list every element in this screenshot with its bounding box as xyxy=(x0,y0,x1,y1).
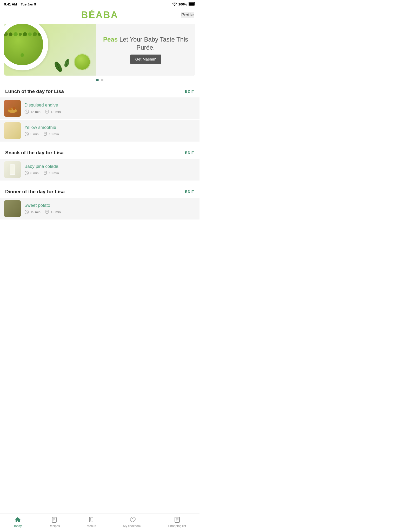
recipe-info: Sweet potato 15 min 13 min xyxy=(24,203,195,214)
prep-time-value: 12 min xyxy=(30,110,41,114)
peas-bowl-decoration xyxy=(4,24,48,70)
section-header-dinner: Dinner of the day for LisaEDIT xyxy=(0,185,200,197)
battery-percentage: 100% xyxy=(178,2,187,6)
hero-highlight: Peas xyxy=(103,36,118,43)
app-header: BÉABA Profile xyxy=(0,8,200,24)
section-dinner: Dinner of the day for LisaEDITSweet pota… xyxy=(0,185,200,220)
app-logo: BÉABA xyxy=(81,10,118,21)
section-header-lunch: Lunch of the day for LisaEDIT xyxy=(0,84,200,97)
edit-button-snack[interactable]: EDIT xyxy=(185,151,194,155)
recipe-thumbnail xyxy=(4,200,21,217)
recipe-thumbnail xyxy=(4,122,21,139)
mint-decoration-2 xyxy=(63,58,71,70)
svg-rect-14 xyxy=(46,110,48,113)
recipe-meta: 12 min 18 min xyxy=(24,109,195,114)
svg-point-9 xyxy=(9,108,12,110)
svg-line-31 xyxy=(27,173,28,174)
cook-time-value: 13 min xyxy=(51,210,61,214)
svg-rect-28 xyxy=(10,165,15,174)
prep-time: 5 min xyxy=(24,132,39,136)
recipe-meta: 15 min 13 min xyxy=(24,210,195,214)
recipe-thumbnail xyxy=(4,100,21,117)
cook-time-value: 18 min xyxy=(51,110,61,114)
svg-point-10 xyxy=(12,107,16,110)
clock-icon xyxy=(24,109,29,114)
wifi-icon xyxy=(172,2,177,6)
svg-rect-40 xyxy=(46,210,48,213)
recipe-name: Disguised endive xyxy=(24,103,195,108)
recipe-card[interactable]: Baby pina colada 8 min 18 min xyxy=(0,159,200,181)
hero-title-rest: Let Your Baby Taste This Purée. xyxy=(118,36,188,51)
section-lunch: Lunch of the day for LisaEDITDisguised e… xyxy=(0,84,200,142)
recipe-thumbnail xyxy=(4,161,21,178)
blender-icon xyxy=(45,210,49,214)
status-time: 9:41 AM Tue Jan 9 xyxy=(4,2,36,6)
clock-icon xyxy=(24,210,29,214)
recipe-meta: 8 min 18 min xyxy=(24,171,195,175)
profile-button[interactable]: Profile xyxy=(181,12,194,18)
prep-time-value: 5 min xyxy=(30,132,39,136)
blender-icon xyxy=(45,109,49,114)
hero-banner: Peas Let Your Baby Taste This Purée. Get… xyxy=(4,24,195,76)
time-display: 9:41 AM xyxy=(4,2,17,6)
edit-button-dinner[interactable]: EDIT xyxy=(185,190,194,194)
section-title-snack: Snack of the day for Lisa xyxy=(5,150,64,156)
svg-line-13 xyxy=(27,112,28,112)
hero-image xyxy=(4,24,96,76)
section-title-dinner: Dinner of the day for Lisa xyxy=(5,189,65,195)
clock-icon xyxy=(24,171,29,175)
prep-time: 12 min xyxy=(24,109,41,114)
prep-time: 8 min xyxy=(24,171,39,175)
carousel-dot-2[interactable] xyxy=(101,79,103,81)
section-title-lunch: Lunch of the day for Lisa xyxy=(5,89,64,94)
date-display: Tue Jan 9 xyxy=(21,2,36,6)
cook-time-value: 18 min xyxy=(49,171,59,175)
battery-icon xyxy=(189,2,195,6)
carousel-dots xyxy=(0,79,200,81)
hero-title: Peas Let Your Baby Taste This Purée. xyxy=(101,35,190,51)
cook-time: 13 min xyxy=(43,132,59,136)
svg-rect-2 xyxy=(189,3,194,5)
cook-time-value: 13 min xyxy=(49,132,59,136)
recipe-meta: 5 min 13 min xyxy=(24,132,195,136)
hero-text-area: Peas Let Your Baby Taste This Purée. Get… xyxy=(96,24,195,76)
status-bar: 9:41 AM Tue Jan 9 100% xyxy=(0,0,200,8)
recipe-name: Yellow smoothie xyxy=(24,125,195,130)
hero-cta-button[interactable]: Get Mashin' xyxy=(130,55,161,64)
svg-rect-22 xyxy=(44,132,46,135)
cook-time: 13 min xyxy=(45,210,61,214)
svg-line-21 xyxy=(27,134,28,135)
section-snack: Snack of the day for LisaEDITBaby pina c… xyxy=(0,146,200,181)
prep-time-value: 8 min xyxy=(30,171,39,175)
recipe-name: Baby pina colada xyxy=(24,164,195,169)
svg-line-39 xyxy=(27,212,28,212)
blender-icon xyxy=(43,171,48,175)
prep-time: 15 min xyxy=(24,210,41,214)
status-indicators: 100% xyxy=(172,2,195,6)
edit-button-lunch[interactable]: EDIT xyxy=(185,89,194,94)
sections-container: Lunch of the day for LisaEDITDisguised e… xyxy=(0,84,200,220)
recipe-name: Sweet potato xyxy=(24,203,195,208)
smoothie-decoration xyxy=(74,54,91,70)
carousel-dot-1[interactable] xyxy=(96,79,99,81)
recipe-card[interactable]: Yellow smoothie 5 min 13 min xyxy=(0,120,200,142)
section-header-snack: Snack of the day for LisaEDIT xyxy=(0,146,200,158)
cook-time: 18 min xyxy=(43,171,59,175)
recipe-card[interactable]: Disguised endive 12 min 18 min xyxy=(0,97,200,119)
clock-icon xyxy=(24,132,29,136)
prep-time-value: 15 min xyxy=(30,210,41,214)
blender-icon xyxy=(43,132,48,136)
recipe-info: Yellow smoothie 5 min 13 min xyxy=(24,125,195,136)
svg-rect-1 xyxy=(195,3,196,5)
recipe-info: Baby pina colada 8 min 18 min xyxy=(24,164,195,175)
cook-time: 18 min xyxy=(45,109,61,114)
recipe-card[interactable]: Sweet potato 15 min 13 min xyxy=(0,198,200,220)
svg-rect-32 xyxy=(44,171,46,174)
recipe-info: Disguised endive 12 min 18 min xyxy=(24,103,195,114)
